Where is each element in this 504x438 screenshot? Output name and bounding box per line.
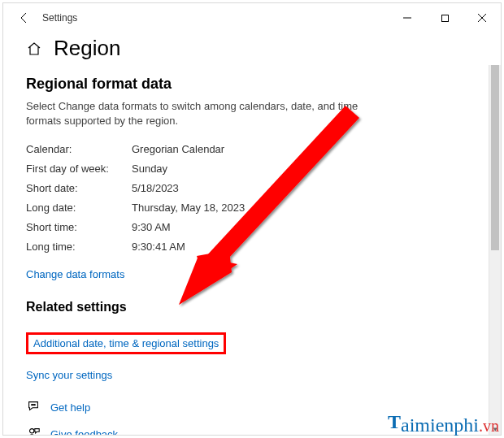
minimize-button[interactable] <box>389 3 426 33</box>
svg-rect-1 <box>441 15 448 21</box>
related-settings-heading: Related settings <box>26 300 478 314</box>
table-row: Long date:Thursday, May 18, 2023 <box>26 198 478 218</box>
page-title: Region <box>54 36 120 61</box>
settings-window: Settings Region Regional format data Sel… <box>2 2 502 436</box>
window-title: Settings <box>42 12 77 24</box>
feedback-person-icon <box>26 426 41 435</box>
section-heading: Regional format data <box>26 76 478 93</box>
svg-point-4 <box>32 405 33 405</box>
table-row: Short date:5/18/2023 <box>26 179 478 198</box>
chat-help-icon <box>26 399 41 416</box>
table-row: Short time:9:30 AM <box>26 218 478 237</box>
svg-point-6 <box>34 405 35 405</box>
change-data-formats-link[interactable]: Change data formats <box>26 268 124 280</box>
additional-regional-settings-link[interactable]: Additional date, time & regional setting… <box>26 332 226 354</box>
get-help-link[interactable]: Get help <box>50 401 90 414</box>
give-feedback-link[interactable]: Give feedback <box>50 428 118 435</box>
scroll-down-arrow[interactable]: ▾ <box>489 423 501 435</box>
maximize-button[interactable] <box>426 3 463 33</box>
table-row: Calendar:Gregorian Calendar <box>26 140 478 159</box>
back-button[interactable] <box>10 3 39 33</box>
window-controls <box>389 3 501 33</box>
page-header: Region <box>26 36 478 61</box>
vertical-scrollbar[interactable]: ▴ ▾ <box>489 65 501 435</box>
scrollbar-thumb[interactable] <box>491 65 499 250</box>
table-row: First day of week:Sunday <box>26 159 478 179</box>
home-icon <box>26 41 42 57</box>
title-bar: Settings <box>3 3 501 33</box>
svg-point-7 <box>30 429 34 433</box>
format-table: Calendar:Gregorian Calendar First day of… <box>26 140 478 257</box>
close-button[interactable] <box>463 3 501 33</box>
section-description: Select Change data formats to switch amo… <box>26 99 376 128</box>
get-help-row: Get help <box>26 399 478 416</box>
content-area: Region Regional format data Select Chang… <box>3 33 501 435</box>
give-feedback-row: Give feedback <box>26 426 478 435</box>
sync-settings-link[interactable]: Sync your settings <box>26 369 112 381</box>
table-row: Long time:9:30:41 AM <box>26 237 478 257</box>
svg-point-5 <box>33 405 33 405</box>
